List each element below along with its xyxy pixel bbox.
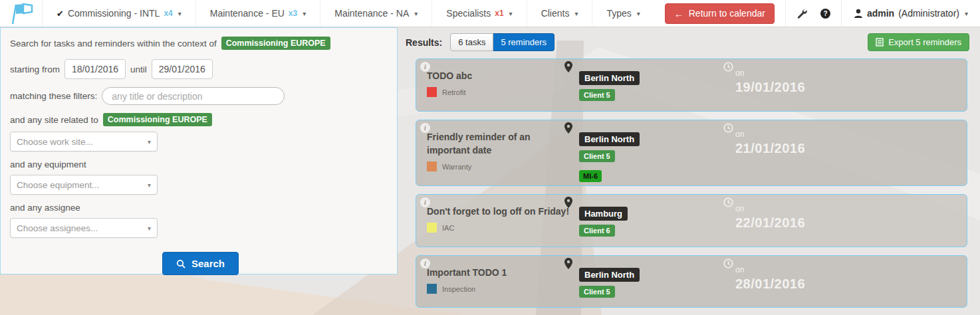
worksite-select[interactable]: Choose work site... ▾ xyxy=(10,132,158,152)
equipment-select[interactable]: Choose equipment... ▾ xyxy=(10,175,158,195)
site-badge: Berlin North xyxy=(579,71,640,85)
reminder-date: 19/01/2016 xyxy=(735,80,805,95)
reminder-date: 28/01/2016 xyxy=(735,276,805,292)
app-logo[interactable] xyxy=(0,0,43,27)
context-badge: Commissioning EUROPE xyxy=(221,37,330,50)
clock-icon xyxy=(723,123,733,133)
nav-item-label: Types xyxy=(606,8,631,19)
nav-item-maintenance-na[interactable]: Maintenance - NA ▾ xyxy=(320,0,432,27)
equipment-select-placeholder: Choose equipment... xyxy=(17,180,100,190)
reminder-type-row: IAC xyxy=(427,223,580,233)
context-label: Search for tasks and reminders within th… xyxy=(10,39,217,49)
reminder-title: TODO abc xyxy=(427,69,563,82)
return-to-calendar-label: Return to calendar xyxy=(689,8,765,19)
caret-down-icon: ▾ xyxy=(637,10,640,17)
location-pin-icon xyxy=(564,61,573,73)
reminder-main-column: Important TODO 1 Inspection xyxy=(427,266,563,294)
search-button-label: Search xyxy=(191,258,225,269)
site-row: and any site related to Commissioning EU… xyxy=(10,113,388,126)
start-date-input[interactable] xyxy=(64,59,126,79)
site-badge: Berlin North xyxy=(579,132,640,146)
reminder-date-column: on 28/01/2016 xyxy=(735,265,805,292)
reminder-type-row: Inspection xyxy=(427,284,563,294)
reminder-title: Don't forget to log off on Friday! xyxy=(427,205,580,218)
nav-item-clients[interactable]: Clients ▾ xyxy=(527,0,593,27)
location-pin-icon xyxy=(564,197,573,209)
assignee-label: and any assignee xyxy=(10,203,388,213)
user-menu[interactable]: admin (Administrator) ▾ xyxy=(842,8,980,19)
type-label: IAC xyxy=(442,224,454,232)
reminder-card[interactable]: i TODO abc Retrofit Berlin North Client … xyxy=(416,58,967,112)
reminder-badges-column: Berlin North Client 5 xyxy=(579,71,640,101)
reminder-main-column: TODO abc Retrofit xyxy=(427,69,563,97)
question-icon: ? xyxy=(820,9,830,19)
reminders-toggle-button[interactable]: 5 reminders xyxy=(493,33,554,51)
caret-down-icon: ▾ xyxy=(965,10,968,17)
caret-down-icon: ▾ xyxy=(148,225,151,232)
reminder-badges-column: Berlin North Client 5 MI-6 xyxy=(579,132,640,182)
reminder-card[interactable]: i Important TODO 1 Inspection Berlin Nor… xyxy=(416,255,967,308)
filters-label: matching these filters: xyxy=(10,91,97,101)
end-date-input[interactable] xyxy=(152,59,213,79)
flag-logo-icon xyxy=(8,1,35,25)
tasks-toggle-button[interactable]: 6 tasks xyxy=(450,33,493,51)
nav-item-commissioning-intl[interactable]: ✔ Commissioning - INTL x4 ▾ xyxy=(43,0,196,27)
search-button[interactable]: Search xyxy=(162,252,239,275)
results-toggle-group: 6 tasks 5 reminders xyxy=(450,33,554,51)
client-badge: Client 5 xyxy=(579,89,615,101)
help-button[interactable]: ? xyxy=(818,9,841,19)
location-pin-icon xyxy=(564,122,573,134)
reminder-date: 21/01/2016 xyxy=(735,141,805,156)
caret-down-icon: ▾ xyxy=(509,10,513,17)
check-icon: ✔ xyxy=(57,9,64,19)
site-label: and any site related to xyxy=(10,115,98,125)
type-color-swatch xyxy=(427,161,437,171)
reminder-badges-column: Hamburg Client 6 xyxy=(579,207,628,237)
reminder-card[interactable]: i Friendly reminder of an important date… xyxy=(416,120,967,186)
top-navbar: ✔ Commissioning - INTL x4 ▾ Maintenance … xyxy=(0,0,980,27)
date-prefix: on xyxy=(735,130,805,139)
results-bar: Results: 6 tasks 5 reminders Export 5 re… xyxy=(406,33,969,51)
reminder-card[interactable]: i Don't forget to log off on Friday! IAC… xyxy=(416,194,967,247)
nav-item-label: Commissioning - INTL xyxy=(68,8,160,19)
title-filter-input[interactable] xyxy=(102,87,285,105)
filter-row: matching these filters: xyxy=(10,87,388,105)
type-color-swatch xyxy=(427,223,437,233)
date-prefix: on xyxy=(735,68,805,78)
caret-down-icon: ▾ xyxy=(414,10,418,17)
nav-item-types[interactable]: Types ▾ xyxy=(592,0,654,27)
reminder-main-column: Friendly reminder of an important date W… xyxy=(427,130,563,171)
nav-item-label: Maintenance - EU xyxy=(210,8,285,19)
caret-down-icon: ▾ xyxy=(303,10,306,17)
reminder-date: 22/01/2016 xyxy=(735,215,805,231)
nav-item-maintenance-eu[interactable]: Maintenance - EU x3 ▾ xyxy=(196,0,320,27)
export-button-label: Export 5 reminders xyxy=(888,37,961,47)
nav-item-count: x1 xyxy=(495,9,503,18)
date-prefix: on xyxy=(735,204,805,213)
reminder-type-row: Warranty xyxy=(427,161,563,171)
nav-item-label: Maintenance - NA xyxy=(334,8,409,19)
type-label: Inspection xyxy=(442,285,475,293)
settings-wrench-button[interactable] xyxy=(786,8,818,19)
nav-item-specialists[interactable]: Specialists x1 ▾ xyxy=(432,0,527,27)
date-range-row: starting from until xyxy=(10,59,388,79)
reminder-date-column: on 22/01/2016 xyxy=(735,204,805,231)
assignee-select[interactable]: Choose assignees... ▾ xyxy=(10,218,158,238)
reminder-badges-column: Berlin North Client 5 xyxy=(579,268,640,298)
equipment-label: and any equipment xyxy=(10,159,388,169)
from-label: starting from xyxy=(10,64,60,74)
search-icon xyxy=(176,259,185,268)
clock-icon xyxy=(723,62,733,72)
caret-down-icon: ▾ xyxy=(178,10,182,17)
navbar-right-group: ← Return to calendar ? admin (Administra… xyxy=(665,0,980,27)
location-pin-icon xyxy=(564,258,573,270)
caret-down-icon: ▾ xyxy=(574,10,578,17)
export-reminders-button[interactable]: Export 5 reminders xyxy=(868,33,969,51)
caret-down-icon: ▾ xyxy=(148,138,151,146)
type-label: Warranty xyxy=(442,163,471,171)
return-to-calendar-button[interactable]: ← Return to calendar xyxy=(665,3,775,24)
context-row: Search for tasks and reminders within th… xyxy=(10,37,388,50)
reminder-title: Friendly reminder of an important date xyxy=(427,130,563,157)
nav-item-count: x4 xyxy=(164,9,172,18)
left-arrow-icon: ← xyxy=(674,8,684,19)
